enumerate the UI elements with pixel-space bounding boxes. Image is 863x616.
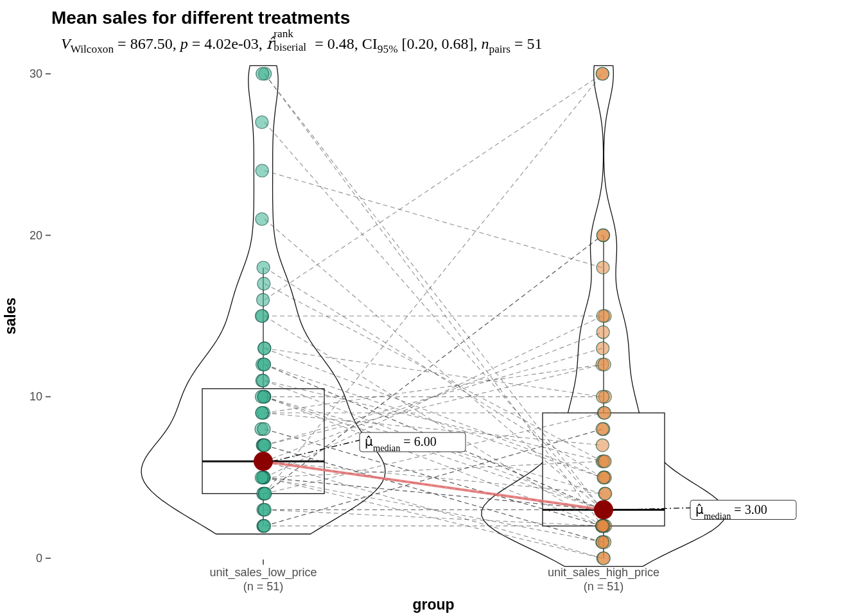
- svg-point-127: [597, 552, 610, 565]
- svg-point-163: [598, 407, 611, 420]
- svg-point-171: [597, 310, 609, 323]
- svg-point-108: [257, 390, 270, 403]
- svg-text:unit_sales_high_price: unit_sales_high_price: [548, 566, 659, 579]
- svg-point-77: [258, 520, 271, 533]
- svg-point-119: [257, 277, 270, 290]
- svg-point-176: [596, 67, 609, 80]
- svg-point-115: [258, 342, 271, 355]
- svg-point-117: [255, 310, 268, 323]
- svg-point-118: [257, 293, 270, 306]
- svg-text:10: 10: [30, 390, 42, 403]
- svg-point-169: [597, 326, 609, 339]
- svg-text:(n = 51): (n = 51): [584, 580, 624, 593]
- svg-point-113: [257, 358, 270, 371]
- svg-point-137: [596, 520, 609, 533]
- svg-point-174: [597, 229, 609, 242]
- svg-point-125: [256, 67, 269, 80]
- svg-point-130: [597, 536, 609, 549]
- svg-line-71: [265, 171, 602, 268]
- chart-title: Mean sales for different treatments: [51, 8, 350, 28]
- svg-text:20: 20: [30, 229, 42, 242]
- svg-point-90: [255, 471, 268, 484]
- svg-point-165: [597, 390, 609, 403]
- svg-point-179: [594, 501, 613, 520]
- svg-line-67: [265, 74, 602, 300]
- plot-svg: 0102030salesunit_sales_low_price(n = 51)…: [0, 0, 863, 616]
- svg-point-120: [257, 261, 270, 274]
- svg-point-123: [256, 116, 268, 129]
- svg-point-84: [258, 487, 271, 500]
- svg-point-167: [598, 358, 611, 371]
- svg-point-104: [256, 407, 268, 420]
- svg-point-99: [257, 439, 270, 452]
- chart-container: Mean sales for different treatments VWil…: [0, 0, 863, 616]
- svg-point-110: [257, 374, 270, 387]
- svg-text:0: 0: [36, 552, 42, 565]
- svg-point-121: [256, 213, 268, 226]
- svg-point-161: [596, 423, 609, 436]
- svg-text:(n = 51): (n = 51): [243, 580, 284, 593]
- svg-point-168: [597, 342, 609, 355]
- svg-text:30: 30: [30, 67, 42, 80]
- svg-point-159: [596, 439, 609, 452]
- svg-text:group: group: [412, 596, 454, 613]
- svg-point-155: [597, 471, 610, 484]
- svg-point-158: [598, 455, 611, 468]
- svg-point-172: [597, 261, 609, 274]
- svg-point-101: [257, 423, 270, 436]
- svg-point-152: [599, 487, 612, 500]
- svg-point-122: [256, 164, 268, 177]
- svg-text:unit_sales_low_price: unit_sales_low_price: [209, 566, 317, 579]
- svg-point-178: [254, 452, 273, 471]
- chart-subtitle: VWilcoxon = 867.50, p = 4.02e-03, r̂rank…: [61, 35, 543, 56]
- svg-point-80: [258, 504, 271, 517]
- svg-text:sales: sales: [2, 298, 19, 335]
